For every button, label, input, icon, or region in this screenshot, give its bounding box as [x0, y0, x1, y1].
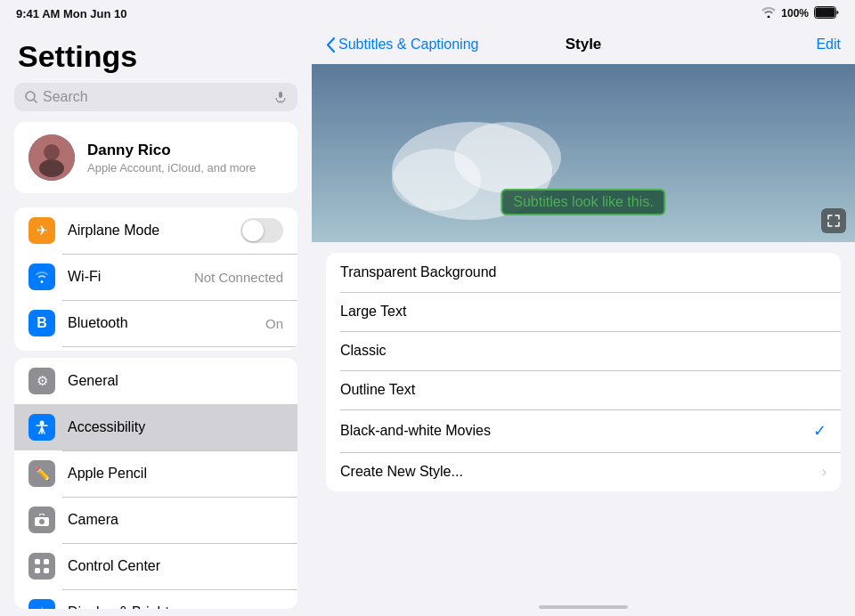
camera-label: Camera — [68, 512, 283, 528]
camera-icon-box — [28, 507, 55, 533]
subtitle-overlay: Subtitles look like this. — [501, 189, 665, 215]
style-item-outline-text[interactable]: Outline Text — [326, 370, 841, 409]
user-info: Danny Rico Apple Account, iCloud, and mo… — [87, 142, 256, 174]
toggle-knob — [242, 220, 264, 241]
svg-rect-3 — [279, 92, 282, 98]
svg-point-8 — [40, 421, 45, 426]
style-list: Transparent Background Large Text Classi… — [312, 242, 855, 598]
accessibility-icon — [34, 419, 50, 435]
status-time: 9:41 AM Mon Jun 10 — [16, 7, 126, 20]
svg-rect-12 — [44, 559, 49, 564]
chevron-right-icon: › — [822, 464, 826, 480]
checkmark-icon: ✓ — [813, 421, 826, 441]
airplane-icon-box: ✈ — [28, 217, 55, 244]
camera-icon — [34, 514, 50, 527]
sidebar-item-battery[interactable]: 🔋 Battery — [14, 346, 297, 351]
sidebar-title: Settings — [0, 25, 312, 83]
control-center-icon-box — [28, 553, 55, 580]
general-icon-box: ⚙ — [28, 368, 55, 394]
wifi-value: Not Connected — [194, 270, 283, 285]
search-input[interactable] — [43, 89, 269, 105]
svg-rect-13 — [35, 568, 40, 573]
svg-point-22 — [392, 149, 481, 211]
sidebar: Settings Dann — [0, 25, 312, 616]
display-label: Display & Brightness — [68, 604, 283, 609]
avatar — [28, 134, 75, 181]
subtitle-text: Subtitles look like this. — [513, 194, 653, 209]
sidebar-item-display[interactable]: ☀ Display & Brightness — [14, 589, 297, 609]
bluetooth-value: On — [265, 316, 283, 331]
home-indicator — [539, 605, 628, 609]
settings-group-main: ⚙ General Accessibility ✏️ Apple Pencil — [14, 358, 297, 609]
search-icon — [25, 91, 37, 103]
back-chevron-icon — [326, 37, 335, 53]
wifi-label: Wi-Fi — [68, 269, 182, 285]
apple-pencil-label: Apple Pencil — [68, 466, 283, 482]
bottom-bar — [312, 598, 855, 616]
style-item-classic[interactable]: Classic — [326, 331, 841, 370]
sky-background — [312, 64, 855, 242]
style-item-label: Create New Style... — [340, 464, 822, 480]
wifi-icon — [34, 271, 50, 283]
general-icon: ⚙ — [37, 373, 48, 389]
nav-back-button[interactable]: Subtitles & Captioning — [326, 36, 478, 53]
battery-icon — [814, 6, 839, 21]
sidebar-item-accessibility[interactable]: Accessibility — [14, 404, 297, 450]
battery-status: 100% — [781, 7, 809, 20]
sidebar-item-control-center[interactable]: Control Center — [14, 543, 297, 589]
wifi-status-icon — [761, 7, 776, 20]
right-panel: Subtitles & Captioning Style Edit — [312, 25, 855, 616]
pencil-icon-box: ✏️ — [28, 460, 55, 487]
bluetooth-icon-box: B — [28, 310, 55, 336]
style-group: Transparent Background Large Text Classi… — [326, 253, 841, 491]
main-container: Settings Dann — [0, 0, 855, 616]
sidebar-item-general[interactable]: ⚙ General — [14, 358, 297, 404]
control-center-icon — [34, 558, 50, 574]
expand-button[interactable] — [821, 208, 846, 233]
user-subtitle: Apple Account, iCloud, and more — [87, 161, 256, 174]
style-item-transparent-bg[interactable]: Transparent Background — [326, 253, 841, 292]
control-center-label: Control Center — [68, 558, 283, 574]
user-name: Danny Rico — [87, 142, 256, 159]
svg-point-6 — [44, 144, 60, 160]
sidebar-item-wifi[interactable]: Wi-Fi Not Connected — [14, 254, 297, 300]
svg-point-10 — [39, 519, 45, 524]
settings-group-connectivity: ✈ Airplane Mode Wi-Fi Not Connected — [14, 207, 297, 351]
expand-icon — [827, 215, 840, 227]
accessibility-icon-box — [28, 414, 55, 441]
bluetooth-label: Bluetooth — [68, 315, 253, 331]
style-item-create-new[interactable]: Create New Style... › — [326, 452, 841, 491]
pencil-icon: ✏️ — [35, 466, 50, 481]
style-item-label: Classic — [340, 343, 826, 359]
airplane-label: Airplane Mode — [68, 223, 228, 239]
style-item-bw-movies[interactable]: Black-and-white Movies ✓ — [326, 409, 841, 452]
style-item-label: Large Text — [340, 304, 826, 320]
general-label: General — [68, 373, 283, 389]
accessibility-label: Accessibility — [68, 419, 283, 435]
svg-rect-14 — [44, 568, 49, 573]
display-icon-box: ☀ — [28, 599, 55, 609]
style-item-label: Outline Text — [340, 382, 826, 398]
mic-icon — [274, 91, 287, 103]
airplane-icon: ✈ — [37, 223, 48, 239]
style-item-label: Transparent Background — [340, 264, 826, 280]
style-item-large-text[interactable]: Large Text — [326, 292, 841, 331]
sidebar-item-apple-pencil[interactable]: ✏️ Apple Pencil — [14, 450, 297, 497]
display-icon: ☀ — [36, 604, 48, 609]
airplane-toggle[interactable] — [240, 218, 283, 243]
wifi-icon-box — [28, 263, 55, 290]
svg-rect-11 — [35, 559, 40, 564]
style-item-label: Black-and-white Movies — [340, 423, 813, 439]
user-profile[interactable]: Danny Rico Apple Account, iCloud, and mo… — [14, 122, 297, 193]
sidebar-item-bluetooth[interactable]: B Bluetooth On — [14, 300, 297, 346]
nav-bar: Subtitles & Captioning Style Edit — [312, 25, 855, 64]
back-label: Subtitles & Captioning — [338, 36, 478, 53]
nav-title: Style — [566, 36, 602, 53]
search-bar[interactable] — [14, 83, 297, 111]
edit-button[interactable]: Edit — [816, 36, 841, 53]
status-bar: 9:41 AM Mon Jun 10 100% — [0, 0, 855, 25]
preview-area: Subtitles look like this. — [312, 64, 855, 242]
sidebar-item-camera[interactable]: Camera — [14, 497, 297, 543]
sidebar-item-airplane[interactable]: ✈ Airplane Mode — [14, 207, 297, 254]
svg-point-7 — [39, 159, 64, 177]
